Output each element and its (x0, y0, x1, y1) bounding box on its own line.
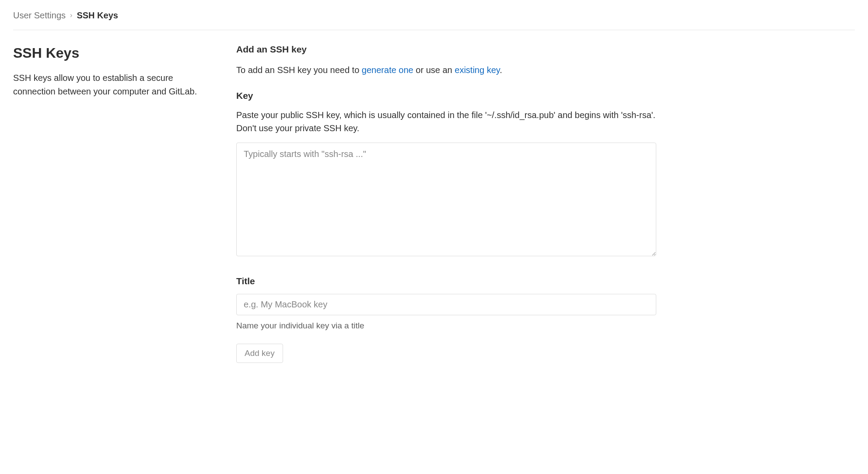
title-input[interactable] (236, 294, 656, 315)
title-hint: Name your individual key via a title (236, 320, 656, 332)
content: SSH Keys SSH keys allow you to establish… (13, 42, 855, 363)
main-panel: Add an SSH key To add an SSH key you nee… (236, 42, 656, 363)
chevron-right-icon: › (70, 10, 72, 21)
page-description: SSH keys allow you to establish a secure… (13, 71, 201, 98)
key-label: Key (236, 89, 656, 103)
intro-text-suffix: . (500, 65, 502, 75)
breadcrumb-parent[interactable]: User Settings (13, 9, 66, 22)
add-ssh-key-intro: To add an SSH key you need to generate o… (236, 63, 656, 77)
add-ssh-key-heading: Add an SSH key (236, 42, 656, 56)
intro-text-mid: or use an (413, 65, 455, 75)
intro-text-prefix: To add an SSH key you need to (236, 65, 362, 75)
breadcrumb-current: SSH Keys (77, 9, 118, 22)
breadcrumb: User Settings › SSH Keys (13, 9, 855, 30)
page-title: SSH Keys (13, 42, 201, 63)
generate-one-link[interactable]: generate one (362, 65, 413, 75)
settings-sidebar: SSH Keys SSH keys allow you to establish… (13, 42, 201, 363)
existing-key-link[interactable]: existing key (455, 65, 500, 75)
ssh-key-textarea[interactable] (236, 143, 656, 256)
add-key-button[interactable]: Add key (236, 344, 283, 363)
key-help-text: Paste your public SSH key, which is usua… (236, 108, 656, 135)
title-label: Title (236, 274, 656, 288)
